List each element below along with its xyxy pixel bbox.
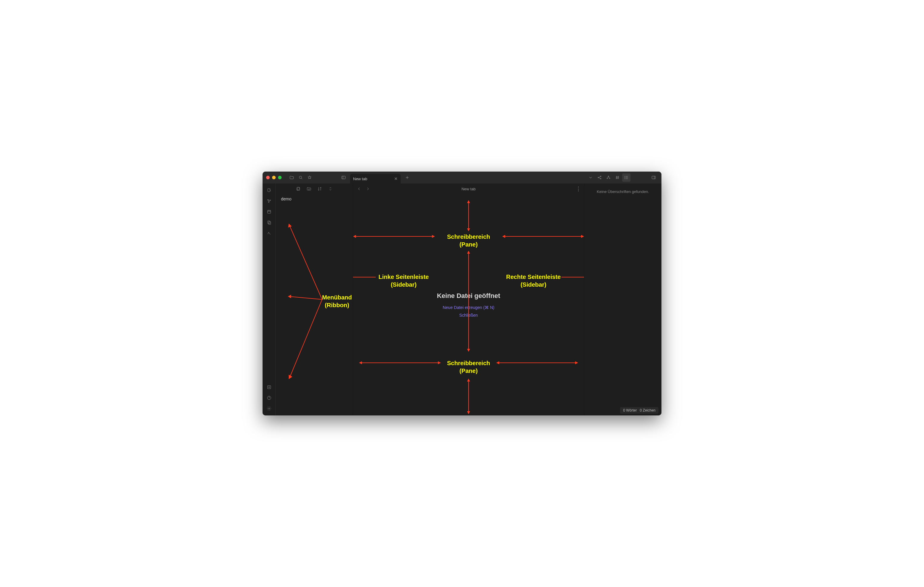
search-icon[interactable]	[297, 173, 305, 182]
graph-global-icon[interactable]	[596, 173, 604, 182]
close-window-button[interactable]	[266, 176, 270, 179]
titlebar: New tab ✕	[262, 172, 662, 184]
app-body: demo New tab ⋮ Keine Datei geöffnet Neue…	[262, 184, 662, 415]
editor-area[interactable]: Keine Datei geöffnet Neue Datei erzeugen…	[353, 194, 584, 415]
tab-close-icon[interactable]: ✕	[394, 176, 398, 181]
svg-marker-77	[467, 411, 470, 414]
svg-marker-76	[467, 378, 470, 381]
chevron-down-icon[interactable]	[586, 173, 595, 182]
vault-folder-icon[interactable]	[287, 173, 296, 182]
svg-line-10	[599, 178, 600, 178]
svg-marker-58	[432, 235, 435, 238]
note-header: New tab ⋮	[353, 184, 584, 194]
vault-name[interactable]: demo	[276, 194, 353, 204]
svg-marker-73	[496, 361, 499, 364]
window-controls	[266, 176, 282, 179]
svg-marker-55	[467, 229, 470, 231]
svg-point-8	[601, 178, 601, 179]
statusbar: 0 Wörter 0 Zeichen	[620, 407, 658, 414]
left-sidebar: demo	[276, 184, 353, 415]
svg-point-13	[609, 178, 610, 179]
svg-rect-28	[267, 189, 270, 192]
annotation-pane-top: Schreibbereich (Pane)	[447, 233, 490, 248]
tab-label: New tab	[353, 177, 367, 181]
svg-rect-41	[269, 222, 271, 224]
svg-marker-54	[467, 200, 470, 203]
annotation-left-sidebar: Linke Seitenleiste (Sidebar)	[379, 273, 429, 288]
svg-point-47	[269, 408, 270, 409]
maximize-window-button[interactable]	[278, 176, 282, 179]
templates-icon[interactable]	[265, 218, 274, 227]
new-note-icon[interactable]	[294, 185, 302, 193]
svg-marker-71	[438, 361, 441, 364]
nav-back-icon[interactable]	[356, 186, 362, 192]
svg-marker-68	[467, 349, 470, 352]
more-options-icon[interactable]: ⋮	[576, 186, 581, 191]
note-title: New tab	[461, 187, 476, 191]
help-icon[interactable]	[265, 393, 274, 402]
annotation-pane-bottom: Schreibbereich (Pane)	[447, 359, 490, 375]
svg-point-7	[601, 176, 601, 177]
right-sidebar: Keine Überschriften gefunden.	[584, 184, 662, 415]
word-count: 0 Wörter	[623, 408, 637, 413]
vault-switch-icon[interactable]	[265, 383, 274, 391]
tab-new[interactable]: New tab ✕	[350, 174, 401, 184]
new-folder-icon[interactable]	[305, 185, 313, 193]
new-tab-button[interactable]	[403, 173, 411, 182]
svg-rect-26	[652, 176, 655, 179]
close-link[interactable]: Schließen	[437, 313, 500, 317]
svg-line-1	[301, 178, 302, 179]
collapse-icon[interactable]	[327, 185, 334, 193]
minimize-window-button[interactable]	[272, 176, 276, 179]
outline-icon[interactable]	[622, 173, 630, 182]
svg-point-44	[269, 386, 270, 388]
svg-line-15	[609, 177, 609, 178]
annotation-right-sidebar: Rechte Seitenleiste (Sidebar)	[506, 273, 561, 288]
graph-view-icon[interactable]	[265, 197, 274, 206]
settings-icon[interactable]	[265, 404, 274, 413]
daily-note-icon[interactable]	[265, 207, 274, 216]
create-new-file-link[interactable]: Neue Datei erzeugen (⌘ N)	[437, 305, 500, 310]
svg-point-11	[608, 176, 609, 177]
char-count: 0 Zeichen	[640, 408, 655, 413]
app-window: New tab ✕	[262, 172, 662, 415]
no-headings-message: Keine Überschriften gefunden.	[584, 189, 662, 194]
svg-marker-60	[502, 235, 505, 238]
quick-switcher-icon[interactable]	[265, 186, 274, 195]
file-explorer-toolbar	[276, 184, 353, 194]
svg-rect-36	[267, 210, 271, 213]
svg-marker-74	[575, 361, 578, 364]
main-pane: New tab ⋮ Keine Datei geöffnet Neue Date…	[353, 184, 584, 415]
svg-rect-2	[342, 176, 345, 179]
svg-rect-43	[267, 386, 271, 389]
tags-icon[interactable]	[613, 173, 622, 182]
svg-marker-57	[353, 235, 356, 238]
empty-state: Keine Datei geöffnet Neue Datei erzeugen…	[437, 292, 500, 317]
empty-state-heading: Keine Datei geöffnet	[437, 292, 500, 300]
nav-forward-icon[interactable]	[365, 186, 371, 192]
svg-rect-40	[267, 221, 270, 224]
sidebar-left-toggle-icon[interactable]	[339, 173, 348, 182]
graph-local-icon[interactable]	[604, 173, 613, 182]
sidebar-right-toggle-icon[interactable]	[650, 173, 658, 182]
sort-icon[interactable]	[316, 185, 323, 193]
svg-point-12	[607, 178, 608, 179]
command-palette-icon[interactable]	[265, 229, 274, 238]
svg-line-35	[269, 201, 270, 202]
svg-line-14	[607, 177, 609, 178]
svg-marker-67	[467, 251, 470, 254]
svg-line-34	[268, 200, 269, 202]
bookmark-icon[interactable]	[305, 173, 314, 182]
svg-line-9	[599, 177, 600, 178]
svg-line-33	[268, 200, 270, 201]
svg-marker-61	[581, 235, 584, 238]
svg-marker-70	[359, 361, 362, 364]
svg-point-0	[299, 176, 302, 178]
svg-point-6	[598, 177, 599, 178]
ribbon	[262, 184, 276, 415]
